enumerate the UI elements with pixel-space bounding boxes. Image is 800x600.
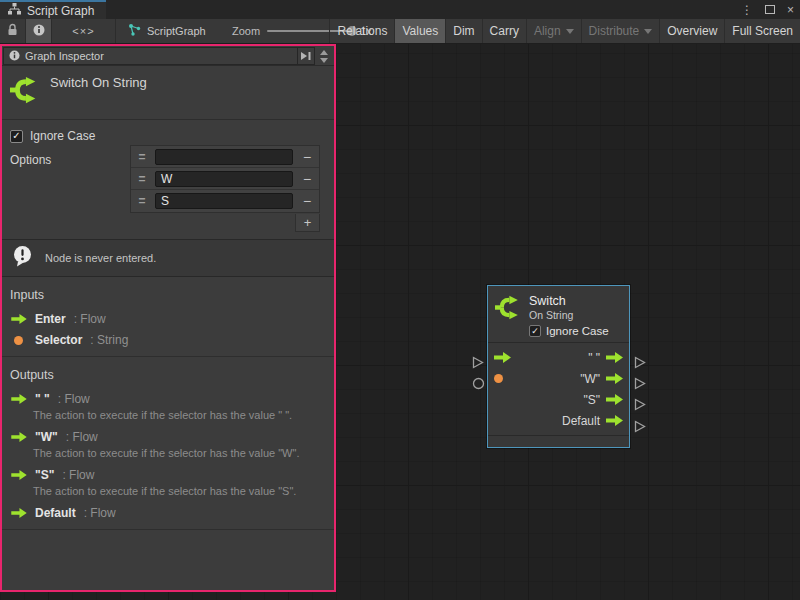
port-type: : Flow	[58, 392, 90, 406]
flow-port-icon	[10, 394, 27, 404]
inputs-section: Inputs Enter : Flow Selector : String	[2, 277, 334, 356]
flow-output-port[interactable]	[606, 412, 623, 430]
remove-option-button[interactable]: −	[295, 193, 319, 209]
port-type: : Flow	[66, 430, 98, 444]
node-ignore-case-label: Ignore Case	[546, 325, 609, 337]
hierarchy-icon	[8, 3, 21, 18]
node-subtitle: On String	[529, 309, 609, 322]
inspector-title: Graph Inspector	[25, 50, 104, 62]
node-footer	[488, 436, 629, 447]
node-port-label: "W"	[580, 372, 600, 386]
arrow-down-icon[interactable]	[320, 58, 328, 63]
port-type: : Flow	[62, 468, 94, 482]
dim-button[interactable]: Dim	[445, 19, 481, 43]
drag-handle-icon[interactable]: =	[131, 150, 153, 164]
switch-on-string-node[interactable]: Switch On String ✓ Ignore Case " "	[487, 285, 630, 448]
window-menu-icon[interactable]: ⋮	[741, 4, 753, 16]
script-graph-icon	[128, 24, 141, 38]
carry-button[interactable]: Carry	[482, 19, 526, 43]
window-close-icon[interactable]: ×	[787, 4, 794, 16]
flow-output-port[interactable]	[606, 391, 623, 409]
node-header[interactable]: Switch On String ✓ Ignore Case	[488, 286, 629, 342]
flow-port-icon	[10, 470, 27, 480]
flow-output-port[interactable]	[606, 370, 623, 388]
lock-button[interactable]	[0, 19, 26, 43]
inspector-node-title: Switch On String	[50, 75, 147, 90]
ignore-case-label: Ignore Case	[30, 129, 95, 143]
port-description: The action to execute if the selector ha…	[33, 485, 326, 498]
option-row: = W −	[131, 168, 319, 190]
align-button[interactable]: Align	[526, 19, 581, 43]
remove-option-button[interactable]: −	[295, 149, 319, 165]
section-divider	[2, 529, 334, 530]
node-ignore-case-checkbox[interactable]: ✓ Ignore Case	[529, 325, 609, 337]
port-name: Selector	[35, 333, 82, 347]
flow-output-port[interactable]	[606, 349, 623, 367]
tab-script-graph[interactable]: Script Graph	[0, 0, 106, 19]
node-body: " " "W" "S"	[488, 343, 629, 435]
option-value-input[interactable]: W	[155, 171, 293, 187]
node-row-default: Default	[488, 410, 629, 431]
port-name: "S"	[35, 468, 54, 482]
inspector-fields: ✓ Ignore Case Options = − = W − = S	[2, 120, 334, 239]
remove-option-button[interactable]: −	[295, 171, 319, 187]
fullscreen-button[interactable]: Full Screen	[724, 19, 800, 43]
panel-width-scrubber[interactable]	[315, 47, 332, 65]
external-value-input-stub[interactable]	[472, 376, 485, 394]
distribute-button[interactable]: Distribute	[581, 19, 660, 43]
relations-button[interactable]: Relations	[329, 19, 394, 43]
overview-button[interactable]: Overview	[659, 19, 724, 43]
external-flow-output-stub[interactable]	[634, 419, 646, 437]
port-description: The action to execute if the selector ha…	[33, 447, 326, 460]
code-preview-button[interactable]: <×>	[52, 19, 116, 43]
ignore-case-checkbox[interactable]: ✓	[10, 130, 23, 143]
info-icon	[33, 22, 45, 40]
option-value-input[interactable]: S	[155, 193, 293, 209]
port-name: "W"	[35, 430, 58, 444]
inspector-header: Graph Inspector	[2, 46, 334, 66]
flow-port-icon	[10, 432, 27, 442]
drag-handle-icon[interactable]: =	[131, 194, 153, 208]
options-list-footer: +	[130, 214, 320, 232]
graph-name-indicator[interactable]: ScriptGraph	[128, 19, 206, 43]
inspector-toggle-button[interactable]	[26, 19, 52, 43]
window-maximize-icon[interactable]	[765, 5, 775, 14]
values-button[interactable]: Values	[394, 19, 445, 43]
port-name: " "	[35, 392, 50, 406]
inspector-node-title-block: Switch On String	[2, 66, 334, 120]
flow-input-port[interactable]	[494, 349, 511, 367]
input-port-row: Enter : Flow	[2, 308, 334, 329]
warning-banner: Node is never entered.	[2, 239, 334, 277]
drag-handle-icon[interactable]: =	[131, 172, 153, 186]
chevron-down-icon	[644, 29, 652, 34]
port-type: : String	[90, 333, 128, 347]
option-row: = S −	[131, 190, 319, 212]
switch-icon	[10, 75, 40, 109]
external-flow-output-stub[interactable]	[634, 376, 646, 394]
option-row: = −	[131, 146, 319, 168]
checkbox-check-icon[interactable]: ✓	[529, 325, 541, 337]
toolbar-right-group: Relations Values Dim Carry Align Distrib…	[329, 19, 800, 43]
dock-panel-button[interactable]	[298, 47, 315, 65]
tab-bar: Script Graph ⋮ ×	[0, 0, 800, 19]
zoom-label: Zoom	[232, 25, 260, 37]
output-port-row: "S" : Flow	[2, 464, 334, 485]
inputs-header: Inputs	[2, 284, 334, 308]
value-port-icon	[10, 336, 27, 345]
port-name: Default	[35, 506, 76, 520]
external-flow-input-stub[interactable]	[472, 355, 484, 373]
tab-label: Script Graph	[27, 4, 94, 18]
graph-toolbar: <×> ScriptGraph Zoom 1x Relations Values…	[0, 19, 800, 44]
graph-inspector-panel: Graph Inspector Switch On String ✓ Ignor…	[0, 44, 336, 592]
add-option-button[interactable]: +	[295, 214, 320, 232]
node-row-enter: " "	[488, 347, 629, 368]
flow-port-icon	[10, 314, 27, 324]
node-port-label: "S"	[583, 393, 600, 407]
arrow-up-icon[interactable]	[320, 50, 328, 55]
option-value-input[interactable]	[155, 149, 293, 165]
switch-icon	[495, 294, 522, 337]
value-input-port[interactable]	[494, 374, 503, 383]
node-row-selector: "W"	[488, 368, 629, 389]
external-flow-output-stub[interactable]	[634, 397, 646, 415]
external-flow-output-stub[interactable]	[634, 355, 646, 373]
